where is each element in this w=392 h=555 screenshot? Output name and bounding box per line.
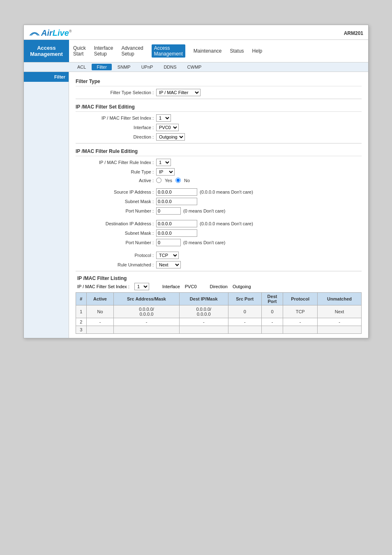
active-no-label[interactable]: No (184, 178, 190, 183)
direction-select[interactable]: OutgoingIncoming (156, 133, 185, 141)
listing-interface-label: Interface (162, 284, 180, 289)
col-protocol: Protocol (283, 293, 318, 305)
logo: AirLive® (29, 28, 71, 38)
active-yes-radio[interactable] (156, 178, 161, 183)
src-ip-row: Source IP Address : (0.0.0.0 means Don't… (76, 188, 362, 196)
listing-section: IP /MAC Filter Listing IP / MAC Filter S… (76, 275, 362, 334)
sub-nav: ACL Filter SNMP UPnP DDNS CWMP (24, 62, 368, 72)
protocol-label: Protocol : (84, 253, 154, 258)
subnav-snmp[interactable]: SNMP (113, 64, 136, 70)
src-ip-hint: (0.0.0.0 means Don't care) (200, 190, 253, 194)
row2-active: - (86, 318, 113, 326)
rule-index-select[interactable]: 123 (156, 159, 171, 166)
protocol-select[interactable]: TCPUDPICMPAny (156, 252, 179, 259)
row1-num: 1 (76, 305, 87, 318)
rule-unmatched-row: Rule Unmatched : NextDropPass (76, 261, 362, 268)
subnav-ddns[interactable]: DDNS (159, 64, 181, 70)
model-name: ARM201 (344, 30, 363, 36)
active-no-radio[interactable] (175, 178, 181, 183)
row1-src-port: 0 (228, 305, 261, 318)
subnav-cwmp[interactable]: CWMP (182, 64, 207, 70)
row1-active: No (86, 305, 113, 318)
col-dest: Dest IP/Mask (179, 293, 228, 305)
sub-nav-spacer (24, 62, 69, 72)
rule-index-row: IP / MAC Filter Rule Index : 123 (76, 159, 362, 166)
listing-set-index-select[interactable]: 123 (134, 283, 149, 290)
nav-sidebar-label: AccessManagement (24, 40, 69, 62)
row2-dest: - (179, 318, 228, 326)
src-subnet-row: Subnet Mask : (76, 198, 362, 205)
interface-select[interactable]: PVC0PVC1PVC2 (156, 124, 179, 131)
direction-row: Direction : OutgoingIncoming (76, 133, 362, 141)
col-active: Active (86, 293, 113, 305)
listing-title: IP /MAC Filter Listing (77, 275, 127, 281)
row2-unmatched: - (318, 318, 362, 326)
rule-index-label: IP / MAC Filter Rule Index : (84, 160, 154, 165)
row1-protocol: TCP (283, 305, 318, 318)
filter-type-select[interactable]: IP / MAC Filter Application Filter URL F… (156, 89, 201, 96)
src-port-label: Port Number : (84, 208, 154, 213)
rule-unmatched-select[interactable]: NextDropPass (156, 261, 181, 268)
set-index-row: IP / MAC Filter Set Index : 1234 (76, 114, 362, 122)
subnav-upnp[interactable]: UPnP (136, 64, 158, 70)
dst-port-row: Port Number : (0 means Don't care) (76, 239, 362, 246)
subnav-acl[interactable]: ACL (72, 64, 91, 70)
nav-status[interactable]: Status (230, 48, 244, 54)
protocol-row: Protocol : TCPUDPICMPAny (76, 252, 362, 259)
listing-meta-row: IP / MAC Filter Set Index : 123 Interfac… (76, 283, 362, 290)
row2-src-port: - (228, 318, 261, 326)
filter-type-row: Filter Type Selection : IP / MAC Filter … (76, 89, 362, 96)
dst-subnet-label: Subnet Mask : (84, 231, 154, 236)
row2-protocol: - (283, 318, 318, 326)
nav-interface-setup[interactable]: InterfaceSetup (94, 45, 113, 57)
filter-type-title: Filter Type (76, 76, 362, 86)
ip-mac-set-editing-title: IP /MAC Filter Set Editing (76, 102, 362, 112)
dst-ip-input[interactable] (156, 220, 197, 227)
sidebar-item-filter[interactable]: Filter (24, 72, 69, 82)
row2-num: 2 (76, 318, 87, 326)
listing-header: IP /MAC Filter Listing (76, 275, 362, 281)
dst-ip-hint: (0.0.0.0 means Don't care) (200, 221, 253, 226)
src-ip-input[interactable] (156, 188, 197, 196)
interface-label: Interface : (84, 125, 154, 130)
rule-type-select[interactable]: IPMAC (156, 168, 175, 176)
ip-mac-rule-editing-title: IP /MAC Filter Rule Editing (76, 146, 362, 156)
src-port-hint: (0 means Don't care) (183, 208, 225, 213)
row3-num: 3 (76, 326, 87, 334)
dst-port-hint: (0 means Don't care) (183, 240, 225, 245)
set-index-label: IP / MAC Filter Set Index : (84, 116, 154, 120)
row3-protocol (283, 326, 318, 334)
table-row: 2 - - - - - - - (76, 318, 362, 326)
row3-src-port (228, 326, 261, 334)
nav-links: QuickStart InterfaceSetup AdvancedSetup … (69, 40, 368, 62)
src-port-input[interactable] (156, 207, 181, 215)
dst-port-input[interactable] (156, 239, 181, 246)
logo-arc-icon (29, 30, 40, 36)
main-nav: AccessManagement QuickStart InterfaceSet… (24, 40, 368, 62)
row1-dest-port: 0 (261, 305, 283, 318)
listing-direction-value: Outgoing (233, 284, 251, 289)
row3-unmatched (318, 326, 362, 334)
src-subnet-input[interactable] (156, 198, 197, 205)
row3-active (86, 326, 113, 334)
nav-access-management[interactable]: AccessManagement (152, 44, 185, 58)
col-src-port: Src Port (228, 293, 261, 305)
row1-unmatched: Next (318, 305, 362, 318)
src-port-row: Port Number : (0 means Don't care) (76, 207, 362, 215)
dst-subnet-input[interactable] (156, 229, 197, 237)
sub-nav-links: ACL Filter SNMP UPnP DDNS CWMP (69, 62, 368, 72)
nav-advanced-setup[interactable]: AdvancedSetup (121, 45, 143, 57)
dst-ip-label: Destination IP Address : (84, 221, 154, 226)
nav-quick-start[interactable]: QuickStart (73, 45, 86, 57)
nav-help[interactable]: Help (252, 48, 263, 54)
rule-type-row: Rule Type : IPMAC (76, 168, 362, 176)
set-index-select[interactable]: 1234 (156, 114, 171, 122)
active-yes-label[interactable]: Yes (165, 178, 172, 183)
table-row: 1 No 0.0.0.0/0.0.0.0 0.0.0.0/0.0.0.0 0 0… (76, 305, 362, 318)
subnav-filter[interactable]: Filter (92, 64, 111, 70)
table-row: 3 (76, 326, 362, 334)
direction-label: Direction : (84, 134, 154, 139)
main-content: Filter Type Filter Type Selection : IP /… (69, 72, 368, 338)
nav-maintenance[interactable]: Maintenance (194, 48, 222, 54)
filter-table: # Active Src Address/Mask Dest IP/Mask S… (76, 292, 362, 334)
